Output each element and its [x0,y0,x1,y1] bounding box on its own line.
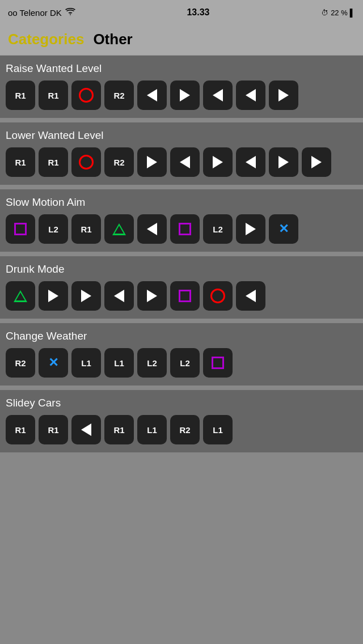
btn-x-blue[interactable]: ✕ [39,348,68,378]
btn-square-purple[interactable] [203,348,233,378]
btn-tri-left[interactable] [71,415,101,444]
cheat-title: Raise Wanted Level [6,62,357,75]
btn-tri-left[interactable] [137,214,167,244]
btn-tri-right-2[interactable] [203,147,233,177]
btn-l2-2[interactable]: L2 [203,214,233,244]
cheat-title: Lower Wanted Level [6,129,357,142]
btn-tri-right[interactable] [236,214,265,244]
btn-l1-2[interactable]: L1 [104,348,134,378]
cheat-slow-motion: Slow Motion Aim L2 R1 L2 ✕ [0,189,363,252]
btn-tri-left-1[interactable] [137,80,167,110]
btn-tri-right-2[interactable] [71,281,101,311]
btn-r2[interactable]: R2 [6,348,35,378]
btn-x-blue[interactable]: ✕ [269,214,298,244]
btn-l2-1[interactable]: L2 [137,348,167,378]
cheat-lower-wanted: Lower Wanted Level R1 R1 R2 [0,122,363,185]
btn-square-purple-1[interactable] [6,214,35,244]
battery-text: 22 % [331,9,348,17]
btn-tri-left-2[interactable] [236,147,265,177]
btn-r1-2[interactable]: R1 [39,80,68,110]
btn-r1-3[interactable]: R1 [104,415,134,444]
btn-r1[interactable]: R1 [6,147,35,177]
btn-tri-right-1[interactable] [39,281,68,311]
wifi-icon [65,8,75,18]
btn-r1[interactable]: R1 [6,80,35,110]
btn-tri-right-1[interactable] [137,147,167,177]
btn-r1-2[interactable]: R1 [39,147,68,177]
btn-r2[interactable]: R2 [104,80,134,110]
buttons-row: R2 ✕ L1 L1 L2 L2 [6,348,357,378]
btn-l1-1[interactable]: L1 [71,348,101,378]
battery-icon: ⏱ [321,9,328,17]
buttons-row [6,281,357,311]
btn-circle-red[interactable] [71,147,101,177]
btn-tri-left-3[interactable] [236,80,265,110]
btn-l1-2[interactable]: L1 [203,415,233,444]
cheat-title: Slow Motion Aim [6,196,357,209]
cheat-title: Drunk Mode [6,263,357,276]
battery-bar-icon: ▌ [350,9,355,17]
btn-l2-2[interactable]: L2 [170,348,200,378]
btn-square-purple-2[interactable] [170,214,200,244]
btn-square-purple[interactable] [170,281,200,311]
content-area: Raise Wanted Level R1 R1 R2 Lower Wanted… [0,56,363,452]
status-right: ⏱ 22 % ▌ [321,9,355,17]
btn-tri-left-2[interactable] [203,80,233,110]
status-left: oo Telenor DK [8,8,75,18]
btn-tri-left-2[interactable] [236,281,265,311]
header: Categories Other [0,25,363,56]
btn-tri-right-2[interactable] [269,80,298,110]
buttons-row: R1 R1 R1 L1 R2 L1 [6,415,357,444]
btn-r1[interactable]: R1 [71,214,101,244]
status-bar: oo Telenor DK 13.33 ⏱ 22 % ▌ [0,0,363,25]
cheat-raise-wanted: Raise Wanted Level R1 R1 R2 [0,56,363,118]
page-title: Other [93,31,132,48]
buttons-row: R1 R1 R2 [6,147,357,177]
btn-l1-1[interactable]: L1 [137,415,167,444]
categories-link[interactable]: Categories [8,31,84,48]
cheat-change-weather: Change Weather R2 ✕ L1 L1 L2 L2 [0,323,363,385]
cheat-drunk-mode: Drunk Mode [0,256,363,319]
btn-tri-right-3[interactable] [269,147,298,177]
buttons-row: R1 R1 R2 [6,80,357,110]
btn-r2[interactable]: R2 [170,415,200,444]
btn-circle-red[interactable] [203,281,233,311]
cheat-title: Slidey Cars [6,397,357,409]
buttons-row: L2 R1 L2 ✕ [6,214,357,244]
btn-tri-right-3[interactable] [137,281,167,311]
btn-r2[interactable]: R2 [104,147,134,177]
btn-circle-red[interactable] [71,80,101,110]
btn-l2[interactable]: L2 [39,214,68,244]
btn-tri-left-1[interactable] [104,281,134,311]
btn-tri-right-1[interactable] [170,80,200,110]
cheat-slidey-cars: Slidey Cars R1 R1 R1 L1 R2 L1 [0,390,363,452]
status-time: 13.33 [187,7,209,18]
btn-tri-right-4[interactable] [302,147,331,177]
btn-tri-up-green[interactable] [6,281,35,311]
cheat-title: Change Weather [6,330,357,342]
btn-r1-1[interactable]: R1 [6,415,35,444]
btn-tri-left-1[interactable] [170,147,200,177]
btn-tri-up-green[interactable] [104,214,134,244]
btn-r1-2[interactable]: R1 [39,415,68,444]
carrier-text: oo Telenor DK [8,8,62,18]
